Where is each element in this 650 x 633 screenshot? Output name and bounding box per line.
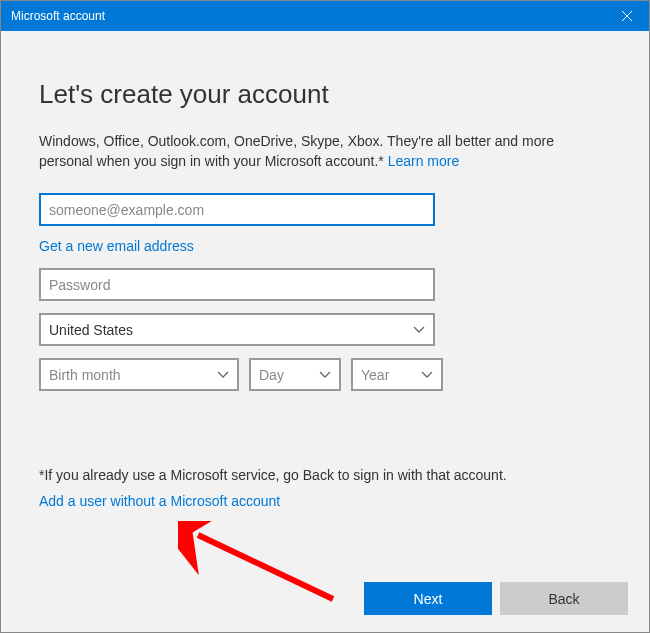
intro-body: Windows, Office, Outlook.com, OneDrive, … xyxy=(39,133,554,169)
birth-year-label: Year xyxy=(361,367,389,383)
chevron-down-icon xyxy=(421,368,433,382)
close-button[interactable] xyxy=(604,1,649,31)
birth-day-select[interactable]: Day xyxy=(249,358,341,391)
country-select[interactable]: United States xyxy=(39,313,435,346)
svg-line-2 xyxy=(198,535,333,599)
chevron-down-icon xyxy=(217,368,229,382)
birth-month-label: Birth month xyxy=(49,367,121,383)
chevron-down-icon xyxy=(319,368,331,382)
titlebar: Microsoft account xyxy=(1,1,649,31)
intro-text: Windows, Office, Outlook.com, OneDrive, … xyxy=(39,132,611,171)
add-user-without-ms-account-link[interactable]: Add a user without a Microsoft account xyxy=(39,493,280,509)
learn-more-link[interactable]: Learn more xyxy=(388,153,460,169)
back-button[interactable]: Back xyxy=(500,582,628,615)
new-email-link[interactable]: Get a new email address xyxy=(39,238,194,254)
footnote-text: *If you already use a Microsoft service,… xyxy=(39,467,611,483)
email-input[interactable] xyxy=(39,193,435,226)
page-title: Let's create your account xyxy=(39,79,611,110)
annotation-arrow-icon xyxy=(178,521,358,611)
country-value: United States xyxy=(49,322,133,338)
birth-day-label: Day xyxy=(259,367,284,383)
birth-month-select[interactable]: Birth month xyxy=(39,358,239,391)
window-title: Microsoft account xyxy=(11,9,105,23)
next-button[interactable]: Next xyxy=(364,582,492,615)
chevron-down-icon xyxy=(413,323,425,337)
password-input[interactable] xyxy=(39,268,435,301)
close-icon xyxy=(622,11,632,21)
birth-year-select[interactable]: Year xyxy=(351,358,443,391)
